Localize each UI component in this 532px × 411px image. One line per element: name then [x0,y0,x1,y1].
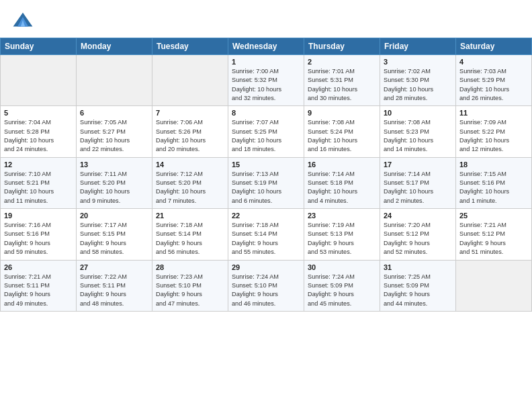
calendar-cell: 19Sunrise: 7:16 AMSunset: 5:16 PMDayligh… [1,209,77,260]
calendar-header-tuesday: Tuesday [152,38,228,55]
day-number: 24 [384,212,452,220]
day-info: Sunrise: 7:09 AMSunset: 5:22 PMDaylight:… [459,118,528,154]
day-number: 20 [80,212,148,220]
calendar-cell [456,260,532,311]
calendar-cell: 17Sunrise: 7:14 AMSunset: 5:17 PMDayligh… [380,157,456,208]
logo-icon [12,9,34,31]
calendar-cell: 14Sunrise: 7:12 AMSunset: 5:20 PMDayligh… [152,157,228,208]
day-number: 25 [459,212,528,220]
day-info: Sunrise: 7:07 AMSunset: 5:25 PMDaylight:… [232,118,300,154]
day-info: Sunrise: 7:25 AMSunset: 5:09 PMDaylight:… [384,273,452,308]
day-number: 30 [308,263,376,271]
day-info: Sunrise: 7:15 AMSunset: 5:16 PMDaylight:… [459,170,528,205]
calendar-cell: 7Sunrise: 7:06 AMSunset: 5:26 PMDaylight… [152,106,228,157]
calendar-cell: 28Sunrise: 7:23 AMSunset: 5:10 PMDayligh… [152,260,228,311]
calendar-cell: 13Sunrise: 7:11 AMSunset: 5:20 PMDayligh… [77,157,152,208]
calendar-header-sunday: Sunday [1,38,77,55]
day-number: 31 [384,263,452,271]
day-number: 8 [232,109,300,117]
calendar-cell: 29Sunrise: 7:24 AMSunset: 5:10 PMDayligh… [228,260,304,311]
calendar-cell: 4Sunrise: 7:03 AMSunset: 5:29 PMDaylight… [456,55,532,106]
header [0,0,532,35]
day-number: 4 [459,58,528,66]
day-info: Sunrise: 7:08 AMSunset: 5:23 PMDaylight:… [384,118,452,154]
day-number: 23 [308,212,376,220]
day-number: 22 [232,212,300,220]
calendar-cell: 25Sunrise: 7:21 AMSunset: 5:12 PMDayligh… [456,209,532,260]
day-info: Sunrise: 7:12 AMSunset: 5:20 PMDaylight:… [156,170,224,205]
calendar-week-2: 5Sunrise: 7:04 AMSunset: 5:28 PMDaylight… [1,106,532,157]
calendar-cell: 18Sunrise: 7:15 AMSunset: 5:16 PMDayligh… [456,157,532,208]
day-info: Sunrise: 7:08 AMSunset: 5:24 PMDaylight:… [308,118,376,154]
calendar-cell: 3Sunrise: 7:02 AMSunset: 5:30 PMDaylight… [380,55,456,106]
day-info: Sunrise: 7:23 AMSunset: 5:10 PMDaylight:… [156,273,224,308]
day-info: Sunrise: 7:11 AMSunset: 5:20 PMDaylight:… [80,170,148,205]
day-info: Sunrise: 7:24 AMSunset: 5:10 PMDaylight:… [232,273,300,308]
calendar-cell: 24Sunrise: 7:20 AMSunset: 5:12 PMDayligh… [380,209,456,260]
day-number: 6 [80,109,148,117]
day-info: Sunrise: 7:04 AMSunset: 5:28 PMDaylight:… [4,118,73,154]
day-info: Sunrise: 7:06 AMSunset: 5:26 PMDaylight:… [156,118,224,154]
day-number: 21 [156,212,224,220]
calendar-cell: 30Sunrise: 7:24 AMSunset: 5:09 PMDayligh… [304,260,380,311]
calendar-cell: 1Sunrise: 7:00 AMSunset: 5:32 PMDaylight… [228,55,304,106]
day-info: Sunrise: 7:14 AMSunset: 5:17 PMDaylight:… [384,170,452,205]
day-info: Sunrise: 7:17 AMSunset: 5:15 PMDaylight:… [80,221,148,257]
day-number: 13 [80,161,148,169]
day-info: Sunrise: 7:18 AMSunset: 5:14 PMDaylight:… [156,221,224,257]
calendar-header-monday: Monday [77,38,152,55]
day-info: Sunrise: 7:16 AMSunset: 5:16 PMDaylight:… [4,221,73,257]
calendar-header-wednesday: Wednesday [228,38,304,55]
day-info: Sunrise: 7:13 AMSunset: 5:19 PMDaylight:… [232,170,300,205]
day-info: Sunrise: 7:02 AMSunset: 5:30 PMDaylight:… [384,67,452,103]
calendar-cell [1,55,77,106]
calendar-cell: 5Sunrise: 7:04 AMSunset: 5:28 PMDaylight… [1,106,77,157]
calendar-cell: 9Sunrise: 7:08 AMSunset: 5:24 PMDaylight… [304,106,380,157]
calendar-cell: 26Sunrise: 7:21 AMSunset: 5:11 PMDayligh… [1,260,77,311]
calendar-week-3: 12Sunrise: 7:10 AMSunset: 5:21 PMDayligh… [1,157,532,208]
calendar-cell: 2Sunrise: 7:01 AMSunset: 5:31 PMDaylight… [304,55,380,106]
calendar-header-friday: Friday [380,38,456,55]
day-number: 10 [384,109,452,117]
calendar-cell: 23Sunrise: 7:19 AMSunset: 5:13 PMDayligh… [304,209,380,260]
day-info: Sunrise: 7:18 AMSunset: 5:14 PMDaylight:… [232,221,300,257]
day-number: 1 [232,58,300,66]
day-number: 29 [232,263,300,271]
day-number: 18 [459,161,528,169]
day-info: Sunrise: 7:10 AMSunset: 5:21 PMDaylight:… [4,170,73,205]
calendar-cell: 27Sunrise: 7:22 AMSunset: 5:11 PMDayligh… [77,260,152,311]
day-number: 2 [308,58,376,66]
day-info: Sunrise: 7:20 AMSunset: 5:12 PMDaylight:… [384,221,452,257]
day-number: 3 [384,58,452,66]
calendar-cell: 21Sunrise: 7:18 AMSunset: 5:14 PMDayligh… [152,209,228,260]
day-number: 11 [459,109,528,117]
calendar-cell: 8Sunrise: 7:07 AMSunset: 5:25 PMDaylight… [228,106,304,157]
day-info: Sunrise: 7:19 AMSunset: 5:13 PMDaylight:… [308,221,376,257]
day-info: Sunrise: 7:03 AMSunset: 5:29 PMDaylight:… [459,67,528,103]
day-info: Sunrise: 7:21 AMSunset: 5:12 PMDaylight:… [459,221,528,257]
page: SundayMondayTuesdayWednesdayThursdayFrid… [0,0,532,411]
calendar-cell: 11Sunrise: 7:09 AMSunset: 5:22 PMDayligh… [456,106,532,157]
day-number: 26 [4,263,73,271]
calendar-header-row: SundayMondayTuesdayWednesdayThursdayFrid… [1,38,532,55]
calendar-week-5: 26Sunrise: 7:21 AMSunset: 5:11 PMDayligh… [1,260,532,311]
day-number: 7 [156,109,224,117]
day-number: 16 [308,161,376,169]
day-number: 27 [80,263,148,271]
logo [12,9,38,31]
day-info: Sunrise: 7:21 AMSunset: 5:11 PMDaylight:… [4,273,73,308]
day-number: 14 [156,161,224,169]
calendar-cell [77,55,152,106]
calendar-week-4: 19Sunrise: 7:16 AMSunset: 5:16 PMDayligh… [1,209,532,260]
calendar-table: SundayMondayTuesdayWednesdayThursdayFrid… [0,38,532,312]
day-info: Sunrise: 7:14 AMSunset: 5:18 PMDaylight:… [308,170,376,205]
calendar-cell: 6Sunrise: 7:05 AMSunset: 5:27 PMDaylight… [77,106,152,157]
day-info: Sunrise: 7:05 AMSunset: 5:27 PMDaylight:… [80,118,148,154]
day-number: 9 [308,109,376,117]
day-number: 5 [4,109,73,117]
day-number: 12 [4,161,73,169]
day-number: 17 [384,161,452,169]
calendar-header-saturday: Saturday [456,38,532,55]
day-info: Sunrise: 7:24 AMSunset: 5:09 PMDaylight:… [308,273,376,308]
calendar-week-1: 1Sunrise: 7:00 AMSunset: 5:32 PMDaylight… [1,55,532,106]
